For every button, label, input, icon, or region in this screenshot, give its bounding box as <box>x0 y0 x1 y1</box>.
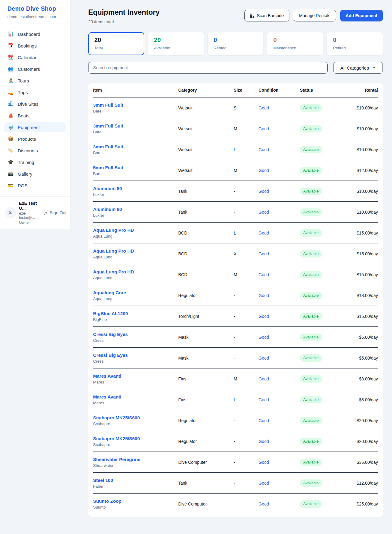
item-link[interactable]: Steel 100 <box>93 478 178 483</box>
sidebar-item-dashboard[interactable]: 📊Dashboard <box>4 29 66 39</box>
sidebar-item-bookings[interactable]: 📅Bookings <box>4 40 66 51</box>
status-cell: Available <box>300 292 340 299</box>
item-link[interactable]: Aluminum 80 <box>93 207 178 212</box>
item-cell: 3mm Full SuitBare <box>93 144 178 155</box>
stat-value: 0 <box>333 36 377 44</box>
stat-card-retired[interactable]: 0Retired <box>327 32 383 55</box>
rental-cell: $10.00/day <box>340 189 378 194</box>
condition-link[interactable]: Good <box>258 189 269 194</box>
condition-link[interactable]: Good <box>258 105 269 110</box>
status-badge: Available <box>300 292 322 299</box>
sidebar-item-gallery[interactable]: 📸Gallery <box>4 169 66 179</box>
sidebar-item-discounts[interactable]: 🏷️Discounts <box>4 145 66 156</box>
item-cell: Cressi Big EyesCressi <box>93 332 178 343</box>
condition-link[interactable]: Good <box>258 231 269 235</box>
item-link[interactable]: Cressi Big Eyes <box>93 332 178 337</box>
condition-link[interactable]: Good <box>258 397 269 402</box>
item-link[interactable]: BigBlue AL1200 <box>93 311 178 316</box>
size-cell: L <box>234 231 258 235</box>
condition-cell: Good <box>258 168 300 173</box>
condition-link[interactable]: Good <box>258 293 269 298</box>
add-equipment-button[interactable]: Add Equipment <box>340 10 383 21</box>
condition-link[interactable]: Good <box>258 376 269 381</box>
condition-link[interactable]: Good <box>258 251 269 256</box>
sign-out-button[interactable]: Sign Out <box>43 210 66 215</box>
item-link[interactable]: Shearwater Peregrine <box>93 457 178 462</box>
condition-link[interactable]: Good <box>258 481 269 486</box>
condition-cell: Good <box>258 397 300 402</box>
item-link[interactable]: Scubapro MK25/S600 <box>93 415 178 420</box>
item-link[interactable]: Aqua Lung Pro HD <box>93 227 178 233</box>
condition-link[interactable]: Good <box>258 502 269 506</box>
sidebar-item-tours[interactable]: 🏝️Tours <box>4 75 66 86</box>
table-row: Mares AvantiMaresFinsMGoodAvailable$8.00… <box>93 368 378 389</box>
condition-link[interactable]: Good <box>258 272 269 277</box>
item-link[interactable]: Suunto Zoop <box>93 498 178 504</box>
item-cell: BigBlue AL1200BigBlue <box>93 311 178 322</box>
sidebar-item-trips[interactable]: 🚤Trips <box>4 87 66 97</box>
stat-card-maintenance[interactable]: 0Maintenance <box>267 32 323 55</box>
item-link[interactable]: Mares Avanti <box>93 394 178 399</box>
sidebar-item-products[interactable]: 📦Products <box>4 134 66 144</box>
stat-card-total[interactable]: 20Total <box>88 32 144 55</box>
item-link[interactable]: Cressi Big Eyes <box>93 353 178 358</box>
condition-cell: Good <box>258 335 300 340</box>
item-cell: Steel 100Faber <box>93 478 178 489</box>
size-cell: - <box>234 189 258 194</box>
brand-block: Demo Dive Shop demo.test.divestreams.com <box>0 0 70 24</box>
item-link[interactable]: Aqua Lung Pro HD <box>93 269 178 274</box>
category-cell: Fins <box>178 397 234 402</box>
add-equipment-label: Add Equipment <box>346 13 377 18</box>
sidebar-item-pos[interactable]: 💳POS <box>4 180 66 191</box>
item-link[interactable]: 3mm Full Suit <box>93 144 178 149</box>
item-link[interactable]: 5mm Full Suit <box>93 165 178 170</box>
category-cell: Wetsuit <box>178 168 234 173</box>
user-email: e2e-tester@... <box>19 211 40 220</box>
item-link[interactable]: Mares Avanti <box>93 373 178 379</box>
condition-link[interactable]: Good <box>258 356 269 360</box>
status-cell: Available <box>300 125 340 132</box>
size-cell: - <box>234 335 258 340</box>
item-link[interactable]: Aqualung Core <box>93 290 178 295</box>
condition-cell: Good <box>258 231 300 235</box>
rental-cell: $10.00/day <box>340 105 378 110</box>
sidebar-item-label: Dashboard <box>18 32 40 37</box>
item-cell: Scubapro MK25/S600Scubapro <box>93 436 178 447</box>
status-cell: Available <box>300 459 340 466</box>
item-link[interactable]: Aluminum 80 <box>93 186 178 191</box>
stat-value: 0 <box>273 36 317 44</box>
sidebar-item-training[interactable]: 🎓Training <box>4 157 66 167</box>
condition-link[interactable]: Good <box>258 439 269 444</box>
trips-icon: 🚤 <box>8 90 14 95</box>
condition-link[interactable]: Good <box>258 168 269 173</box>
equipment-icon: 🤿 <box>8 124 14 130</box>
condition-link[interactable]: Good <box>258 147 269 152</box>
stat-card-available[interactable]: 20Available <box>148 32 204 55</box>
category-cell: BCD <box>178 251 234 256</box>
condition-link[interactable]: Good <box>258 418 269 423</box>
item-brand: BigBlue <box>93 317 178 322</box>
scan-barcode-button[interactable]: Scan Barcode <box>244 10 289 21</box>
stat-card-rented[interactable]: 0Rented <box>208 32 264 55</box>
sidebar-item-calendar[interactable]: 📆Calendar <box>4 52 66 63</box>
condition-link[interactable]: Good <box>258 314 269 319</box>
condition-link[interactable]: Good <box>258 210 269 215</box>
sidebar-item-dive-sites[interactable]: 🌊Dive Sites <box>4 99 66 109</box>
item-link[interactable]: 3mm Full Suit <box>93 123 178 128</box>
sidebar-item-boats[interactable]: ⛵Boats <box>4 110 66 121</box>
sidebar-item-equipment[interactable]: 🤿Equipment <box>4 122 66 132</box>
brand-link[interactable]: Demo Dive Shop <box>7 5 63 12</box>
item-link[interactable]: Aqua Lung Pro HD <box>93 248 178 254</box>
category-select[interactable]: All Categories <box>333 62 383 74</box>
sidebar-item-customers[interactable]: 👥Customers <box>4 64 66 74</box>
item-link[interactable]: Scubapro MK25/S600 <box>93 436 178 441</box>
manage-rentals-button[interactable]: Manage Rentals <box>294 10 336 21</box>
item-cell: Aqualung CoreAqua Lung <box>93 290 178 301</box>
size-cell: S <box>234 105 258 110</box>
search-input[interactable] <box>88 62 328 74</box>
condition-link[interactable]: Good <box>258 126 269 131</box>
item-link[interactable]: 3mm Full Suit <box>93 102 178 108</box>
condition-link[interactable]: Good <box>258 335 269 340</box>
condition-link[interactable]: Good <box>258 460 269 465</box>
item-cell: Shearwater PeregrineShearwater <box>93 457 178 468</box>
